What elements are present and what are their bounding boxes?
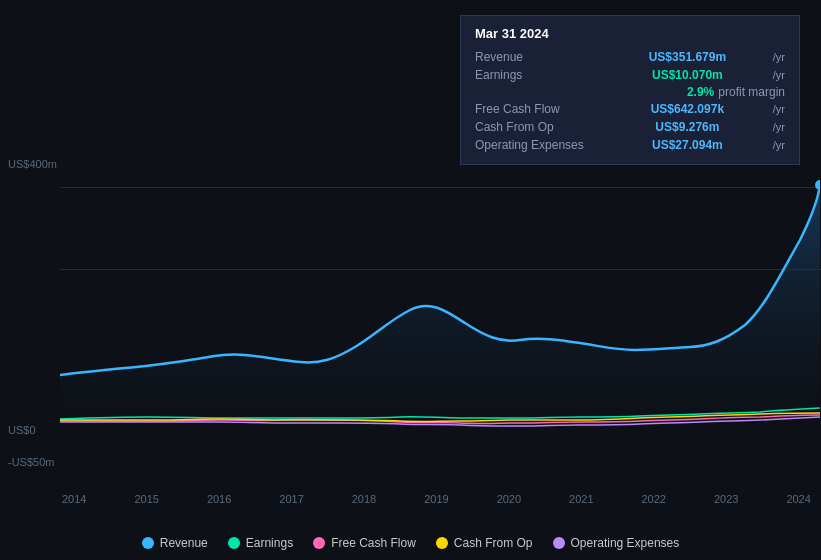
legend-item-earnings[interactable]: Earnings bbox=[228, 536, 293, 550]
legend-dot-revenue bbox=[142, 537, 154, 549]
legend-dot-free-cash-flow bbox=[313, 537, 325, 549]
x-label-2022: 2022 bbox=[642, 493, 666, 505]
earnings-value: US$10.070m bbox=[652, 68, 723, 82]
chart-container: Mar 31 2024 Revenue US$351.679m /yr Earn… bbox=[0, 0, 821, 560]
opex-row: Operating Expenses US$27.094m /yr bbox=[475, 136, 785, 154]
revenue-unit: /yr bbox=[773, 51, 785, 63]
legend-item-free-cash-flow[interactable]: Free Cash Flow bbox=[313, 536, 416, 550]
cash-op-row: Cash From Op US$9.276m /yr bbox=[475, 118, 785, 136]
y-label-neg50: -US$50m bbox=[8, 456, 54, 468]
opex-label: Operating Expenses bbox=[475, 138, 605, 152]
free-cash-value: US$642.097k bbox=[651, 102, 724, 116]
profit-margin-label: profit margin bbox=[718, 85, 785, 99]
tooltip-date: Mar 31 2024 bbox=[475, 26, 785, 41]
chart-svg bbox=[60, 155, 820, 485]
opex-value: US$27.094m bbox=[652, 138, 723, 152]
legend-dot-operating-expenses bbox=[553, 537, 565, 549]
opex-unit: /yr bbox=[773, 139, 785, 151]
x-label-2016: 2016 bbox=[207, 493, 231, 505]
revenue-label: Revenue bbox=[475, 50, 605, 64]
cash-op-unit: /yr bbox=[773, 121, 785, 133]
free-cash-unit: /yr bbox=[773, 103, 785, 115]
free-cash-row: Free Cash Flow US$642.097k /yr bbox=[475, 100, 785, 118]
x-label-2019: 2019 bbox=[424, 493, 448, 505]
legend-label-revenue: Revenue bbox=[160, 536, 208, 550]
tooltip-box: Mar 31 2024 Revenue US$351.679m /yr Earn… bbox=[460, 15, 800, 165]
earnings-label: Earnings bbox=[475, 68, 605, 82]
y-label-0: US$0 bbox=[8, 424, 36, 436]
profit-margin-value: 2.9% bbox=[687, 85, 714, 99]
revenue-value: US$351.679m bbox=[649, 50, 726, 64]
svg-point-1 bbox=[815, 180, 820, 190]
x-label-2023: 2023 bbox=[714, 493, 738, 505]
legend-item-cash-from-op[interactable]: Cash From Op bbox=[436, 536, 533, 550]
legend-label-free-cash-flow: Free Cash Flow bbox=[331, 536, 416, 550]
x-label-2017: 2017 bbox=[279, 493, 303, 505]
legend-label-cash-from-op: Cash From Op bbox=[454, 536, 533, 550]
cash-op-label: Cash From Op bbox=[475, 120, 605, 134]
y-label-400: US$400m bbox=[8, 158, 57, 170]
profit-margin-row: 2.9% profit margin bbox=[475, 84, 785, 100]
revenue-row: Revenue US$351.679m /yr bbox=[475, 48, 785, 66]
legend-label-operating-expenses: Operating Expenses bbox=[571, 536, 680, 550]
x-label-2014: 2014 bbox=[62, 493, 86, 505]
x-label-2015: 2015 bbox=[134, 493, 158, 505]
x-axis-labels: 2014 2015 2016 2017 2018 2019 2020 2021 … bbox=[62, 493, 811, 505]
legend-item-operating-expenses[interactable]: Operating Expenses bbox=[553, 536, 680, 550]
cash-op-value: US$9.276m bbox=[655, 120, 719, 134]
free-cash-label: Free Cash Flow bbox=[475, 102, 605, 116]
x-label-2020: 2020 bbox=[497, 493, 521, 505]
legend-item-revenue[interactable]: Revenue bbox=[142, 536, 208, 550]
x-label-2021: 2021 bbox=[569, 493, 593, 505]
earnings-row: Earnings US$10.070m /yr bbox=[475, 66, 785, 84]
legend: Revenue Earnings Free Cash Flow Cash Fro… bbox=[0, 536, 821, 550]
legend-dot-cash-from-op bbox=[436, 537, 448, 549]
x-label-2024: 2024 bbox=[786, 493, 810, 505]
legend-label-earnings: Earnings bbox=[246, 536, 293, 550]
legend-dot-earnings bbox=[228, 537, 240, 549]
earnings-unit: /yr bbox=[773, 69, 785, 81]
x-label-2018: 2018 bbox=[352, 493, 376, 505]
